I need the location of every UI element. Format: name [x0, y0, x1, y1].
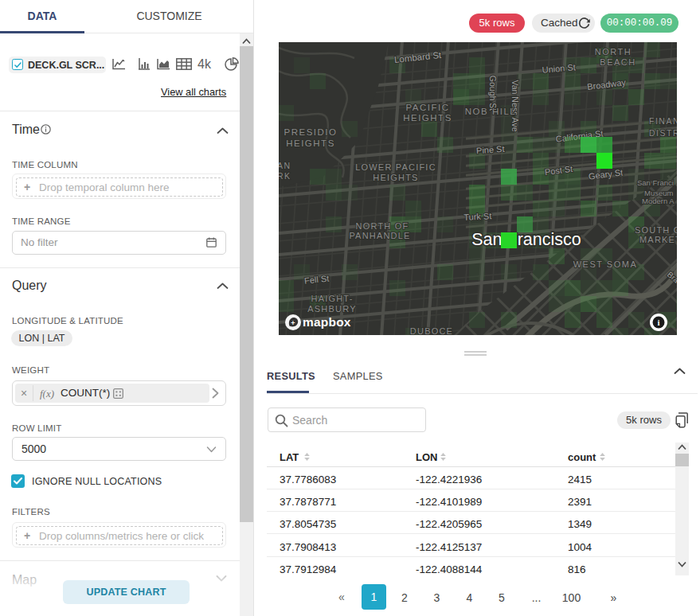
svg-text:HAIGHT-: HAIGHT-: [311, 294, 353, 303]
svg-text:NOB HILL: NOB HILL: [465, 107, 516, 116]
svg-text:WEST SOMA: WEST SOMA: [573, 259, 638, 269]
svg-text:Gough St: Gough St: [488, 76, 498, 111]
svg-text:DUBOCE: DUBOCE: [410, 326, 453, 335]
svg-text:PRESIDIO: PRESIDIO: [284, 127, 338, 137]
svg-text:JORDAN: JORDAN: [279, 161, 291, 170]
svg-text:FINANC: FINANC: [649, 116, 677, 126]
svg-text:Modern A: Modern A: [642, 197, 675, 205]
svg-text:HEIGHTS: HEIGHTS: [373, 173, 418, 182]
svg-text:Pine St: Pine St: [476, 144, 505, 155]
svg-text:i: i: [657, 318, 659, 327]
svg-text:DISTRIC: DISTRIC: [649, 128, 677, 138]
svg-text:SOUTH O: SOUTH O: [635, 225, 677, 235]
svg-text:MARKET: MARKET: [639, 235, 677, 244]
svg-text:HEIGHTS: HEIGHTS: [286, 138, 335, 148]
svg-text:Turk St: Turk St: [463, 211, 492, 222]
svg-text:NORTH: NORTH: [595, 47, 632, 57]
svg-text:ASHBURY: ASHBURY: [307, 304, 356, 314]
svg-text:BEACH: BEACH: [600, 57, 635, 67]
svg-text:NORTH OF: NORTH OF: [356, 221, 409, 231]
svg-text:San Francisco: San Francisco: [471, 230, 581, 249]
svg-text:PANHANDLE: PANHANDLE: [349, 231, 410, 240]
svg-text:mapbox: mapbox: [303, 315, 351, 329]
svg-text:PARK: PARK: [279, 171, 291, 181]
svg-text:HEIGHTS: HEIGHTS: [403, 113, 452, 123]
svg-text:PACIFIC: PACIFIC: [405, 103, 449, 112]
svg-text:+: +: [291, 319, 295, 327]
svg-text:San Franci: San Franci: [637, 178, 674, 187]
svg-text:LOWER PACIFIC: LOWER PACIFIC: [355, 162, 436, 172]
